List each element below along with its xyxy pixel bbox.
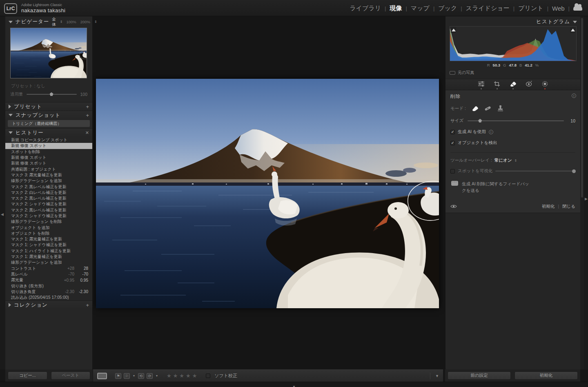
photo[interactable] bbox=[96, 79, 439, 308]
info-icon[interactable]: i bbox=[489, 130, 493, 134]
module-item-6[interactable]: プリント bbox=[518, 4, 543, 12]
original-photo-toggle[interactable] bbox=[450, 71, 455, 75]
history-item[interactable]: マスク 2: 黒レベル補正を更新 bbox=[5, 184, 92, 189]
toolbar-options-chevron-icon[interactable]: ▼ bbox=[430, 373, 439, 379]
masking-tool-button[interactable] bbox=[541, 81, 548, 89]
history-item[interactable]: 読み込み (2025/04/15 17:05:00) bbox=[5, 295, 92, 300]
history-item[interactable]: マスク 1: 露光量補正を更新 bbox=[5, 236, 92, 242]
soft-proof-checkbox[interactable]: ✓ bbox=[206, 374, 210, 378]
history-item[interactable]: マスク 2: シャドウ補正を更新 bbox=[5, 213, 92, 219]
history-clear-icon[interactable]: ✕ bbox=[85, 130, 89, 136]
module-item-2[interactable]: 現像 bbox=[390, 4, 402, 12]
use-gen-ai-row[interactable]: ✓ 生成 AI を使用 i bbox=[450, 129, 575, 135]
history-item[interactable]: 切り抜き (長方形) bbox=[5, 283, 92, 289]
mode-heal-icon[interactable] bbox=[484, 105, 491, 111]
history-item[interactable]: コントラスト+2828 bbox=[5, 266, 92, 271]
navigator-zoom-option-3[interactable]: 200% bbox=[80, 20, 90, 24]
size-slider[interactable] bbox=[468, 120, 564, 121]
add-snapshot-button[interactable]: + bbox=[86, 112, 89, 118]
history-item[interactable]: マスク 3: 露光量補正を更新 bbox=[5, 172, 92, 178]
use-gen-ai-checkbox[interactable]: ✓ bbox=[450, 130, 455, 134]
navigator-zoom-option-1[interactable]: 全体 bbox=[52, 17, 56, 27]
module-item-5[interactable]: スライドショー bbox=[466, 4, 510, 12]
star-icon[interactable]: ★ bbox=[192, 373, 197, 379]
loupe-view-button[interactable] bbox=[97, 373, 107, 379]
history-item[interactable]: 線形グラデーション を追加 bbox=[5, 260, 92, 265]
histogram-canvas[interactable] bbox=[450, 26, 577, 61]
size-slider-thumb[interactable] bbox=[478, 119, 482, 122]
heal-reset-button[interactable]: 初期化 bbox=[542, 204, 555, 209]
history-item[interactable]: マスク 2: 黒レベル補正を更新 bbox=[5, 196, 92, 201]
history-item[interactable]: 新規 コピースタンプ スポット bbox=[5, 137, 92, 143]
paste-button[interactable]: ペースト bbox=[51, 371, 91, 380]
history-item[interactable]: 新規 修復 スポット bbox=[5, 155, 92, 160]
redeye-tool-button[interactable] bbox=[526, 81, 532, 89]
module-item-4[interactable]: ブック bbox=[438, 4, 457, 12]
history-item[interactable]: マスク 1: ハイライト補正を更新 bbox=[5, 248, 92, 254]
mode-clone-stamp-icon[interactable] bbox=[497, 105, 504, 111]
tool-overlay-value[interactable]: 常にオン bbox=[494, 158, 512, 163]
history-item[interactable]: 線形グラデーション を削除 bbox=[5, 219, 92, 225]
star-rating[interactable]: ★★★★★ bbox=[167, 373, 197, 379]
history-item[interactable]: 新規 修復 スポット bbox=[5, 143, 92, 149]
chevron-down-icon[interactable]: ▾ bbox=[156, 374, 158, 378]
navigator-zoom-option-2[interactable]: 100% bbox=[66, 20, 76, 24]
presets-header[interactable]: プリセット + bbox=[5, 102, 92, 111]
feedback-link[interactable]: 生成 AI 削除に関するフィードバックを送る bbox=[462, 180, 533, 194]
info-icon[interactable]: i bbox=[572, 93, 576, 98]
add-preset-button[interactable]: + bbox=[86, 104, 89, 110]
eye-icon[interactable] bbox=[450, 203, 457, 210]
history-item[interactable]: 黒レベル-70-70 bbox=[5, 271, 92, 277]
left-collapse-arrow-icon[interactable]: ◀ bbox=[1, 212, 4, 216]
history-item[interactable]: 線形グラデーション を追加 bbox=[5, 178, 92, 184]
history-item[interactable]: 切り抜き角度-2.30-2.30 bbox=[5, 289, 92, 295]
history-header[interactable]: ヒストリー ✕ bbox=[5, 128, 92, 137]
stepper-icon[interactable]: ⇕ bbox=[60, 20, 62, 24]
star-icon[interactable]: ★ bbox=[167, 373, 172, 379]
rotate-right-button[interactable]: ⟳ bbox=[147, 373, 153, 379]
star-icon[interactable]: ★ bbox=[179, 373, 184, 379]
history-item[interactable]: マスク 1: シャドウ補正を更新 bbox=[5, 242, 92, 248]
history-item[interactable]: スポットを削除 bbox=[5, 149, 92, 155]
module-item-1[interactable]: ライブラリ bbox=[350, 4, 381, 12]
rotate-left-button[interactable]: ⟲ bbox=[138, 373, 144, 379]
previous-settings-button[interactable]: 前の設定 bbox=[448, 371, 511, 380]
histogram-header[interactable]: ヒストグラム bbox=[445, 18, 580, 26]
crop-tool-button[interactable] bbox=[494, 81, 501, 89]
history-item[interactable]: 共通範囲 : オブジェクト bbox=[5, 166, 92, 172]
highlight-clipping-indicator[interactable] bbox=[570, 27, 575, 33]
add-collection-button[interactable]: + bbox=[86, 302, 89, 308]
detect-objects-checkbox[interactable]: ✓ bbox=[450, 141, 455, 145]
heal-close-button[interactable]: 閉じる bbox=[562, 204, 575, 209]
star-icon[interactable]: ★ bbox=[186, 373, 191, 379]
right-collapse-arrow-icon[interactable]: ▶ bbox=[585, 197, 588, 201]
filmstrip-collapse-icon[interactable]: ▼ bbox=[292, 385, 296, 387]
original-photo-row[interactable]: 元の写真 bbox=[445, 67, 580, 79]
history-item[interactable]: 新規 修復 スポット bbox=[5, 160, 92, 166]
amount-slider[interactable] bbox=[27, 94, 77, 95]
edit-tool-button[interactable] bbox=[478, 81, 485, 89]
snapshot-item[interactable]: トリミング（最終縦構図） bbox=[8, 120, 90, 127]
shadow-clipping-indicator[interactable] bbox=[451, 27, 456, 33]
detect-objects-row[interactable]: ✓ オブジェクトを検出 bbox=[450, 140, 575, 146]
history-item[interactable]: 露光量+0.950.95 bbox=[5, 277, 92, 283]
visualize-spots-checkbox[interactable]: ✓ bbox=[450, 169, 455, 173]
reset-button[interactable]: 初期化 bbox=[514, 371, 578, 380]
history-item[interactable]: オブジェクト を削除 bbox=[5, 231, 92, 236]
star-icon[interactable]: ★ bbox=[173, 373, 178, 379]
module-item-7[interactable]: Web bbox=[552, 5, 565, 12]
module-item-3[interactable]: マップ bbox=[411, 4, 430, 12]
snapshots-header[interactable]: スナップショット + bbox=[5, 111, 92, 119]
right-scrollbar[interactable] bbox=[580, 16, 584, 369]
visualize-slider[interactable] bbox=[495, 171, 575, 171]
history-item[interactable]: マスク 2: シャドウ補正を更新 bbox=[5, 201, 92, 207]
navigator-thumbnail[interactable] bbox=[10, 28, 87, 78]
feedback-row[interactable]: 生成 AI 削除に関するフィードバックを送る bbox=[451, 180, 575, 194]
history-item[interactable]: マスク 2: 黒レベル補正を更新 bbox=[5, 207, 92, 213]
stepper-icon[interactable]: ⇕ bbox=[514, 159, 517, 162]
cloud-sync-icon[interactable] bbox=[573, 6, 582, 11]
amount-slider-thumb[interactable] bbox=[50, 92, 53, 96]
heal-tool-button[interactable] bbox=[510, 81, 517, 89]
collections-header[interactable]: コレクション + bbox=[5, 300, 92, 309]
stepper-icon[interactable]: ⇕ bbox=[94, 20, 97, 24]
